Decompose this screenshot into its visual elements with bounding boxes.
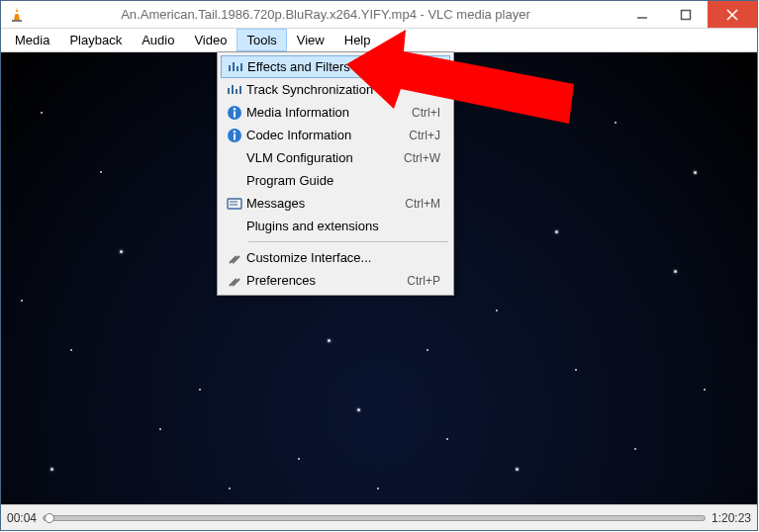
- svg-rect-19: [234, 133, 236, 139]
- tools-dropdown: Effects and Filters Ctrl+E Track Synchro…: [217, 51, 454, 296]
- svg-rect-10: [240, 63, 242, 71]
- menuitem-media-information[interactable]: Media Information Ctrl+I: [221, 101, 450, 124]
- svg-rect-21: [228, 199, 241, 209]
- menuitem-track-sync[interactable]: Track Synchronization: [221, 78, 450, 101]
- info-icon: [223, 105, 246, 121]
- window-controls: [620, 1, 757, 28]
- seek-row: 00:04 1:20:23: [1, 504, 757, 530]
- close-button[interactable]: [708, 1, 757, 28]
- tools-icon: [223, 273, 246, 289]
- menu-media[interactable]: Media: [5, 29, 59, 51]
- svg-rect-4: [682, 10, 691, 19]
- svg-rect-11: [228, 88, 230, 94]
- window-title: An.American.Tail.1986.720p.BluRay.x264.Y…: [31, 7, 620, 22]
- svg-rect-12: [232, 85, 234, 94]
- svg-rect-13: [236, 89, 237, 94]
- svg-rect-14: [239, 86, 241, 94]
- messages-icon: [223, 198, 246, 210]
- svg-rect-7: [229, 65, 231, 71]
- svg-rect-2: [12, 20, 22, 22]
- vlc-cone-icon: [8, 6, 26, 24]
- minimize-button[interactable]: [620, 1, 664, 28]
- svg-rect-1: [15, 12, 19, 14]
- menu-view[interactable]: View: [287, 29, 334, 51]
- menu-help[interactable]: Help: [334, 29, 381, 51]
- svg-point-20: [234, 131, 236, 133]
- menuitem-label: Effects and Filters: [247, 59, 406, 74]
- time-elapsed[interactable]: 00:04: [7, 511, 37, 525]
- maximize-button[interactable]: [664, 1, 708, 28]
- svg-rect-16: [234, 111, 236, 117]
- eq-icon: [224, 61, 247, 73]
- menu-audio[interactable]: Audio: [132, 29, 184, 51]
- eq-icon: [223, 84, 246, 96]
- menu-tools[interactable]: Tools: [237, 29, 286, 51]
- menu-separator: [248, 241, 448, 242]
- svg-point-17: [234, 108, 236, 110]
- tools-icon: [223, 250, 246, 266]
- menuitem-shortcut: Ctrl+E: [406, 60, 445, 74]
- menuitem-messages[interactable]: Messages Ctrl+M: [221, 192, 450, 215]
- menuitem-effects-and-filters[interactable]: Effects and Filters Ctrl+E: [221, 55, 450, 78]
- menuitem-vlm-configuration[interactable]: VLM Configuration Ctrl+W: [221, 146, 450, 169]
- menubar: Media Playback Audio Video Tools View He…: [1, 29, 757, 52]
- info-icon: [223, 128, 246, 143]
- menuitem-codec-information[interactable]: Codec Information Ctrl+J: [221, 124, 450, 146]
- seek-knob[interactable]: [45, 513, 54, 523]
- menuitem-plugins[interactable]: Plugins and extensions: [221, 215, 450, 237]
- svg-rect-9: [237, 66, 238, 71]
- seek-slider[interactable]: [43, 515, 706, 521]
- menuitem-program-guide[interactable]: Program Guide: [221, 169, 450, 192]
- menu-video[interactable]: Video: [184, 29, 237, 51]
- svg-rect-8: [233, 62, 235, 71]
- menuitem-preferences[interactable]: Preferences Ctrl+P: [221, 269, 450, 292]
- time-total[interactable]: 1:20:23: [712, 511, 751, 525]
- menuitem-customize-interface[interactable]: Customize Interface...: [221, 246, 450, 269]
- titlebar[interactable]: An.American.Tail.1986.720p.BluRay.x264.Y…: [1, 1, 757, 29]
- menu-playback[interactable]: Playback: [59, 29, 132, 51]
